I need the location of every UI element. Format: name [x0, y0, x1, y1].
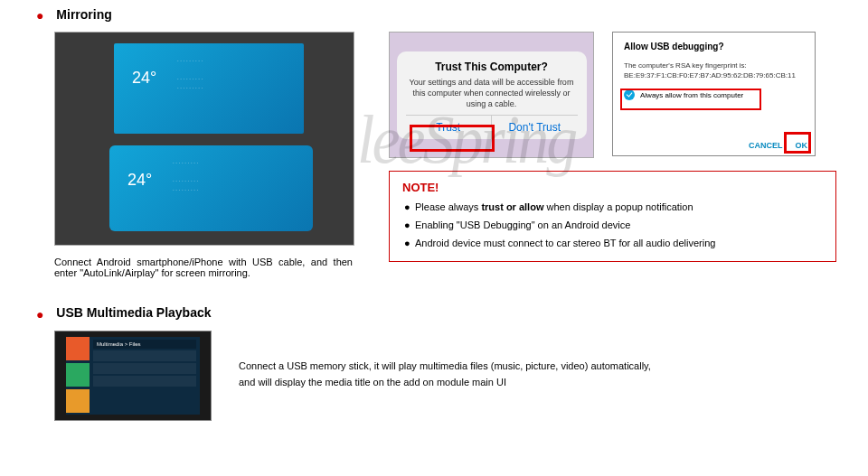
bullet-icon: ●	[36, 307, 43, 322]
weather-temp-bottom: 24°	[127, 171, 152, 190]
sidebar-picture-icon	[66, 363, 90, 387]
weather-forecast-top: · · · · · · · · · · · · · · · · · ·· · ·…	[177, 56, 298, 92]
ios-trust-button: Trust	[406, 116, 493, 139]
mirroring-caption: Connect Android smartphone/iPhone with U…	[54, 257, 353, 278]
usb-breadcrumb: Multimedia > Files	[93, 340, 196, 349]
note-item-2: ●Android device must connect to car ster…	[420, 238, 823, 248]
sidebar-music-icon	[66, 337, 90, 360]
adb-body-line2: BE:E9:37:F1:CB:F0:E7:B7:AD:95:62:DB:79:6…	[624, 70, 804, 80]
ios-dialog-body: Your settings and data will be accessibl…	[406, 77, 578, 109]
adb-ok-button: OK	[796, 141, 808, 150]
weather-forecast-bottom: · · · · · · · · · · · · · · · · · ·· · ·…	[173, 158, 307, 194]
usb-file-row	[93, 376, 196, 387]
ios-dont-trust-button: Don't Trust	[492, 116, 578, 139]
adb-checkbox-label: Always allow from this computer	[640, 91, 743, 99]
mirroring-photo: 24° · · · · · · · · · · · · · · · · · ··…	[54, 32, 354, 246]
phone-display-bottom: 24° · · · · · · · · · · · · · · · · · ··…	[109, 145, 313, 231]
adb-title: Allow USB debugging?	[624, 42, 804, 51]
note-title: NOTE!	[402, 181, 823, 194]
adb-cancel-button: CANCEL	[749, 141, 783, 150]
note-box: NOTE! ●Please always trust or allow when…	[389, 171, 836, 262]
note-item-1: ●Enabling "USB Debugging" on an Android …	[420, 219, 823, 230]
usb-file-row	[93, 363, 196, 374]
weather-temp-top: 24°	[132, 69, 156, 88]
ios-dialog-title: Trust This Computer?	[406, 61, 578, 73]
note-item-0: ●Please always trust or allow when displ…	[420, 201, 823, 212]
usb-heading: ● USB Multimedia Playback	[36, 305, 850, 321]
bullet-icon: ●	[36, 8, 43, 23]
sidebar-video-icon	[66, 389, 90, 413]
usb-caption-line2: and will display the media title on the …	[239, 374, 651, 390]
usb-title: USB Multimedia Playback	[56, 305, 211, 320]
ios-trust-screenshot: Trust This Computer? Your settings and d…	[389, 32, 594, 158]
usb-playback-photo: Multimedia > Files	[54, 331, 212, 421]
checkmark-icon	[624, 89, 635, 100]
adb-body-line1: The computer's RSA key fingerprint is:	[624, 61, 804, 70]
usb-caption: Connect a USB memory stick, it will play…	[239, 331, 651, 390]
usb-file-row	[93, 350, 196, 361]
adb-screenshot: Allow USB debugging? The computer's RSA …	[612, 32, 816, 156]
mirroring-title: Mirroring	[56, 7, 111, 22]
usb-caption-line1: Connect a USB memory stick, it will play…	[239, 358, 651, 374]
mirroring-heading: ● Mirroring	[36, 7, 850, 23]
car-display-top: 24° · · · · · · · · · · · · · · · · · ··…	[114, 43, 304, 134]
